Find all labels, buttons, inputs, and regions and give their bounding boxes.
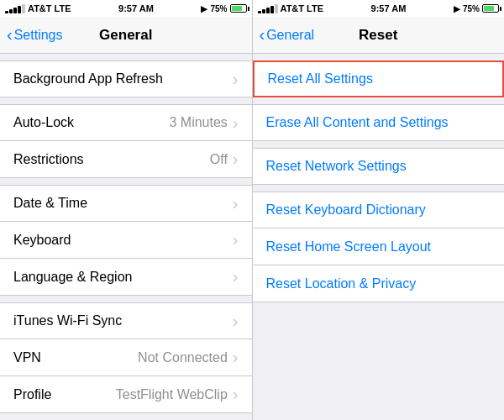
signal-icon — [5, 4, 25, 13]
time-label-right: 9:57 AM — [371, 3, 407, 13]
status-bar-left: AT&T LTE 9:57 AM ▶ 75% — [0, 0, 252, 17]
cell-label: Keyboard — [13, 233, 233, 248]
battery-pct-label: 75% — [210, 4, 227, 13]
cell-reset-keyboard[interactable]: Reset Keyboard Dictionary — [253, 192, 505, 228]
cell-label: Language & Region — [13, 270, 233, 285]
right-panel: AT&T LTE 9:57 AM ▶ 75% ‹ General Reset R… — [253, 0, 505, 420]
battery-icon — [230, 4, 247, 13]
cell-label: Reset All Settings — [268, 71, 490, 87]
cell-erase-all[interactable]: Erase All Content and Settings — [253, 104, 505, 141]
status-bar-right-info: ▶ 75% — [201, 4, 246, 13]
cell-label: Erase All Content and Settings — [266, 115, 491, 130]
cell-date-time[interactable]: Date & Time — [0, 185, 252, 222]
cell-background-app-refresh[interactable]: Background App Refresh — [0, 60, 252, 97]
cell-label: Reset Home Screen Layout — [266, 239, 491, 255]
back-button-left[interactable]: ‹ Settings — [7, 27, 62, 43]
cell-label: Reset Keyboard Dictionary — [266, 202, 491, 218]
nav-bar-right: ‹ General Reset — [253, 17, 505, 54]
settings-table-right: Reset All Settings Erase All Content and… — [253, 54, 505, 420]
back-button-right[interactable]: ‹ General — [260, 27, 315, 43]
status-bar-right: AT&T LTE 9:57 AM ▶ 75% — [253, 0, 505, 17]
cell-reset-network[interactable]: Reset Network Settings — [253, 148, 505, 185]
cell-label: iTunes Wi-Fi Sync — [13, 313, 233, 328]
cell-profile[interactable]: Profile TestFlight WebClip — [0, 376, 252, 413]
location-icon: ▶ — [201, 4, 207, 13]
chevron-icon — [233, 268, 239, 286]
section-reset-keyboard: Reset Keyboard Dictionary Reset Home Scr… — [253, 192, 505, 302]
cell-vpn[interactable]: VPN Not Connected — [0, 339, 252, 376]
cell-label: Auto-Lock — [13, 115, 169, 130]
cell-label: Background App Refresh — [13, 71, 233, 87]
cell-value: 3 Minutes — [169, 115, 227, 130]
status-bar-right-right: ▶ 75% — [454, 4, 499, 13]
cell-reset-home-screen[interactable]: Reset Home Screen Layout — [253, 228, 505, 265]
section-autolock: Auto-Lock 3 Minutes Restrictions Off — [0, 104, 252, 178]
chevron-icon — [233, 386, 239, 403]
chevron-icon — [233, 150, 239, 168]
cell-label: VPN — [13, 350, 138, 365]
chevron-icon — [233, 231, 239, 249]
section-datetime: Date & Time Keyboard Language & Region — [0, 185, 252, 296]
cell-reset-location-privacy[interactable]: Reset Location & Privacy — [253, 265, 505, 302]
battery-pct-label: 75% — [463, 4, 480, 13]
time-label-left: 9:57 AM — [118, 3, 154, 13]
battery-fill — [232, 6, 242, 11]
section-reset-all: Reset All Settings — [253, 60, 505, 97]
network-label: LTE — [307, 3, 323, 13]
cell-label: Reset Location & Privacy — [266, 276, 491, 291]
cell-restrictions[interactable]: Restrictions Off — [0, 141, 252, 178]
carrier-label: AT&T — [28, 3, 52, 13]
cell-keyboard[interactable]: Keyboard — [0, 222, 252, 259]
cell-value: Off — [210, 152, 228, 167]
cell-reset-all-settings[interactable]: Reset All Settings — [253, 60, 505, 97]
status-bar-right-left: AT&T LTE — [258, 3, 323, 13]
chevron-icon — [233, 71, 239, 88]
back-chevron-icon: ‹ — [260, 26, 265, 43]
network-label: LTE — [55, 3, 71, 13]
chevron-icon — [233, 312, 239, 330]
nav-title-right: Reset — [359, 27, 397, 44]
back-label-left: Settings — [14, 28, 63, 43]
carrier-label: AT&T — [281, 3, 305, 13]
left-panel: AT&T LTE 9:57 AM ▶ 75% ‹ Settings Genera… — [0, 0, 252, 420]
cell-value: TestFlight WebClip — [116, 387, 228, 402]
back-chevron-icon: ‹ — [7, 26, 13, 43]
back-label-right: General — [266, 28, 314, 43]
chevron-icon — [233, 114, 239, 132]
cell-auto-lock[interactable]: Auto-Lock 3 Minutes — [0, 104, 252, 141]
section-background: Background App Refresh — [0, 60, 252, 97]
chevron-icon — [233, 195, 239, 213]
signal-icon — [258, 4, 278, 13]
cell-itunes-wifi[interactable]: iTunes Wi-Fi Sync — [0, 302, 252, 339]
battery-fill — [484, 6, 494, 11]
battery-icon — [482, 4, 499, 13]
vpn-status: Not Connected — [138, 350, 228, 365]
cell-label: Reset Network Settings — [266, 159, 491, 174]
section-reset-network: Reset Network Settings — [253, 148, 505, 185]
location-icon: ▶ — [454, 4, 460, 13]
cell-language-region[interactable]: Language & Region — [0, 259, 252, 296]
nav-title-left: General — [99, 27, 152, 44]
nav-bar-left: ‹ Settings General — [0, 17, 252, 54]
status-bar-left-info: AT&T LTE — [5, 3, 71, 13]
cell-label: Date & Time — [13, 196, 233, 211]
section-erase: Erase All Content and Settings — [253, 104, 505, 141]
settings-table-left: Background App Refresh Auto-Lock 3 Minut… — [0, 54, 252, 420]
chevron-icon — [233, 349, 239, 366]
cell-label: Restrictions — [13, 152, 210, 167]
section-itunes: iTunes Wi-Fi Sync VPN Not Connected Prof… — [0, 302, 252, 413]
cell-label: Profile — [13, 387, 116, 402]
